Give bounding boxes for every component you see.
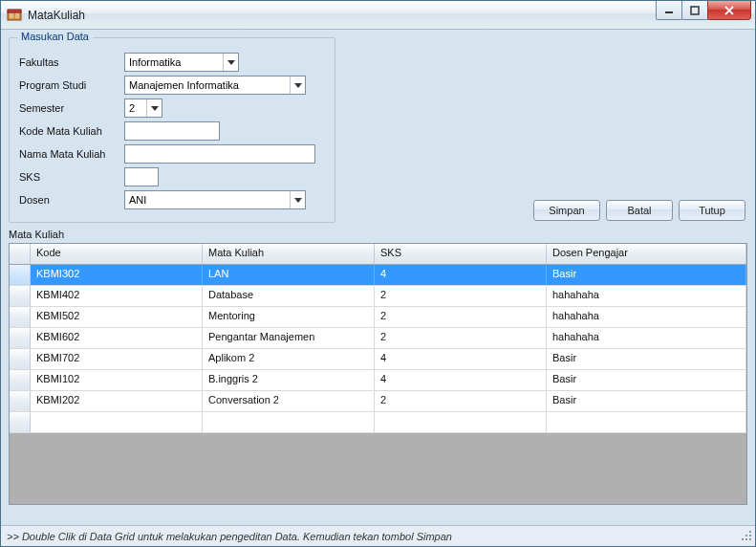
statusbar: >> Double Clik di Data Grid untuk melaku… (1, 525, 755, 546)
svg-rect-10 (745, 538, 747, 540)
svg-rect-6 (749, 531, 751, 533)
minimize-button[interactable] (656, 1, 682, 20)
chevron-down-icon (223, 54, 238, 71)
cell-kode[interactable]: KBMI502 (31, 307, 203, 327)
row-header[interactable] (10, 328, 31, 348)
cell-mk[interactable]: B.inggris 2 (203, 370, 375, 390)
label-sks: SKS (19, 171, 124, 183)
dosen-select[interactable]: ANI (124, 190, 306, 209)
nama-field[interactable] (124, 144, 315, 164)
simpan-button[interactable]: Simpan (533, 200, 600, 221)
label-semester: Semester (19, 102, 124, 114)
cell-sks[interactable]: 4 (375, 349, 547, 369)
row-header[interactable] (10, 265, 31, 285)
chevron-down-icon (290, 77, 305, 94)
chevron-down-icon (146, 99, 162, 117)
svg-rect-8 (749, 535, 751, 536)
fakultas-select[interactable]: Informatika (124, 53, 239, 72)
tutup-button[interactable]: Tutup (679, 200, 745, 221)
app-icon (7, 8, 22, 23)
row-header[interactable] (10, 412, 31, 432)
cell-mk[interactable]: Mentoring (203, 307, 375, 327)
cell-sks[interactable]: 2 (375, 286, 547, 306)
table-row[interactable]: KBMI102B.inggris 24Basir (10, 370, 746, 391)
cell-sks[interactable]: 2 (375, 307, 547, 327)
row-header[interactable] (10, 370, 31, 390)
grid-title: Mata Kuliah (9, 229, 747, 240)
maximize-button[interactable] (681, 1, 708, 20)
label-fakultas: Fakultas (19, 56, 124, 68)
cell-mk[interactable]: Pengantar Manajemen (203, 328, 375, 348)
svg-rect-11 (749, 538, 751, 540)
cell-mk[interactable]: Aplikom 2 (203, 349, 375, 369)
resize-grip-icon[interactable] (742, 531, 753, 544)
cell-sks[interactable]: 4 (375, 370, 547, 390)
cell-dosen[interactable]: hahahaha (547, 328, 746, 348)
status-text: >> Double Clik di Data Grid untuk melaku… (7, 531, 452, 542)
close-button[interactable] (707, 1, 751, 20)
datagrid[interactable]: Kode Mata Kuliah SKS Dosen Pengajar KBMI… (9, 243, 747, 505)
grid-header: Kode Mata Kuliah SKS Dosen Pengajar (10, 244, 746, 265)
cell-kode[interactable]: KBMI302 (31, 265, 203, 285)
cell-dosen[interactable]: Basir (547, 391, 746, 411)
col-header-mk[interactable]: Mata Kuliah (203, 244, 375, 264)
cell-mk[interactable]: Database (203, 286, 375, 306)
col-header-sks[interactable]: SKS (375, 244, 547, 264)
chevron-down-icon (290, 191, 305, 208)
cell-mk[interactable]: LAN (203, 265, 375, 285)
table-row[interactable]: KBMI702Aplikom 24Basir (10, 349, 746, 370)
table-row[interactable]: KBMI502Mentoring2hahahaha (10, 307, 746, 328)
label-prodi: Program Studi (19, 79, 124, 91)
prodi-select[interactable]: Manajemen Informatika (124, 76, 306, 95)
input-groupbox: Masukan Data Fakultas Informatika Progra… (9, 37, 335, 223)
svg-rect-4 (665, 11, 673, 13)
svg-rect-3 (15, 13, 19, 18)
cell-sks[interactable]: 4 (375, 265, 547, 285)
table-row[interactable]: KBMI302LAN4Basir (10, 265, 746, 286)
table-row-new[interactable]: .... (10, 412, 746, 433)
cell-dosen[interactable]: Basir (547, 349, 746, 369)
cell-kode[interactable]: KBMI602 (31, 328, 203, 348)
cell-dosen[interactable]: hahahaha (547, 286, 746, 306)
cell-sks[interactable]: 2 (375, 391, 547, 411)
cell-mk[interactable]: Conversation 2 (203, 391, 375, 411)
svg-rect-7 (745, 535, 747, 536)
svg-rect-1 (8, 10, 21, 12)
titlebar[interactable]: MataKuliah (1, 1, 755, 30)
grid-empty-area (10, 433, 746, 504)
cell-dosen[interactable]: Basir (547, 370, 746, 390)
table-row[interactable]: KBMI202Conversation 22Basir (10, 391, 746, 412)
sks-field[interactable] (124, 167, 159, 186)
row-header-corner[interactable] (10, 244, 31, 264)
svg-rect-2 (10, 13, 13, 18)
row-header[interactable] (10, 349, 31, 369)
groupbox-legend: Masukan Data (17, 31, 93, 42)
cell-kode[interactable]: KBMI202 (31, 391, 203, 411)
label-kode: Kode Mata Kuliah (19, 125, 124, 137)
cell-kode[interactable]: KBMI402 (31, 286, 203, 306)
table-row[interactable]: KBMI402Database2hahahaha (10, 286, 746, 307)
table-row[interactable]: KBMI602Pengantar Manajemen2hahahaha (10, 328, 746, 349)
label-nama: Nama Mata Kuliah (19, 148, 124, 160)
cell-dosen[interactable]: hahahaha (547, 307, 746, 327)
cell-sks[interactable]: 2 (375, 328, 547, 348)
row-header[interactable] (10, 286, 31, 306)
cell-dosen[interactable]: Basir (547, 265, 746, 285)
batal-button[interactable]: Batal (606, 200, 673, 221)
col-header-dosen[interactable]: Dosen Pengajar (547, 244, 746, 264)
semester-select[interactable]: 2 (124, 98, 162, 118)
cell-kode[interactable]: KBMI102 (31, 370, 203, 390)
cell-kode[interactable]: KBMI702 (31, 349, 203, 369)
svg-rect-9 (742, 538, 744, 540)
client-area: Masukan Data Fakultas Informatika Progra… (1, 30, 755, 546)
window-title: MataKuliah (28, 9, 85, 22)
window: MataKuliah Masukan Data Fakultas Informa… (0, 0, 756, 547)
row-header[interactable] (10, 391, 31, 411)
svg-rect-5 (691, 7, 699, 14)
kode-field[interactable] (124, 121, 220, 141)
label-dosen: Dosen (19, 194, 124, 206)
col-header-kode[interactable]: Kode (31, 244, 203, 264)
row-header[interactable] (10, 307, 31, 327)
